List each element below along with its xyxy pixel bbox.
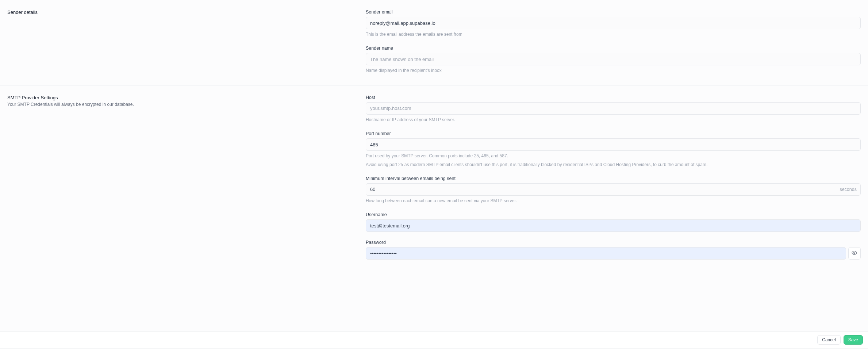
toggle-password-visibility-button[interactable]	[848, 247, 861, 260]
label-sender-email: Sender email	[366, 9, 861, 15]
label-port: Port number	[366, 131, 861, 136]
label-password: Password	[366, 240, 861, 245]
password-input[interactable]	[366, 247, 846, 260]
field-password: Password	[366, 240, 861, 260]
label-username: Username	[366, 212, 861, 217]
host-input[interactable]	[366, 102, 861, 115]
sender-email-input[interactable]	[366, 17, 861, 29]
field-port: Port number Port used by your SMTP serve…	[366, 131, 861, 168]
section-title-smtp: SMTP Provider Settings	[7, 95, 355, 100]
port-input[interactable]	[366, 138, 861, 151]
help-port-2: Avoid using port 25 as modern SMTP email…	[366, 162, 861, 168]
field-sender-name: Sender name Name displayed in the recipi…	[366, 46, 861, 74]
section-sender-details: Sender details Sender email This is the …	[0, 0, 868, 85]
help-port-1: Port used by your SMTP server. Common po…	[366, 153, 861, 159]
interval-input[interactable]	[366, 183, 861, 196]
eye-icon	[852, 250, 857, 257]
svg-point-0	[854, 252, 855, 254]
section-sub-smtp: Your SMTP Credentials will always be enc…	[7, 102, 355, 107]
footer-actions: Cancel Save	[0, 331, 868, 348]
username-input[interactable]	[366, 219, 861, 232]
save-button[interactable]: Save	[844, 335, 863, 345]
section-smtp-settings: SMTP Provider Settings Your SMTP Credent…	[0, 85, 868, 271]
label-host: Host	[366, 95, 861, 100]
field-username: Username	[366, 212, 861, 232]
label-interval: Minimum interval between emails being se…	[366, 176, 861, 181]
help-sender-name: Name displayed in the recipient's inbox	[366, 68, 861, 74]
help-sender-email: This is the email address the emails are…	[366, 31, 861, 38]
field-sender-email: Sender email This is the email address t…	[366, 9, 861, 38]
section-title-sender: Sender details	[7, 9, 355, 15]
help-interval: How long between each email can a new em…	[366, 198, 861, 204]
sender-name-input[interactable]	[366, 53, 861, 65]
cancel-button[interactable]: Cancel	[817, 335, 840, 345]
label-sender-name: Sender name	[366, 46, 861, 51]
field-host: Host Hostname or IP address of your SMTP…	[366, 95, 861, 123]
help-host: Hostname or IP address of your SMTP serv…	[366, 117, 861, 123]
field-interval: Minimum interval between emails being se…	[366, 176, 861, 204]
